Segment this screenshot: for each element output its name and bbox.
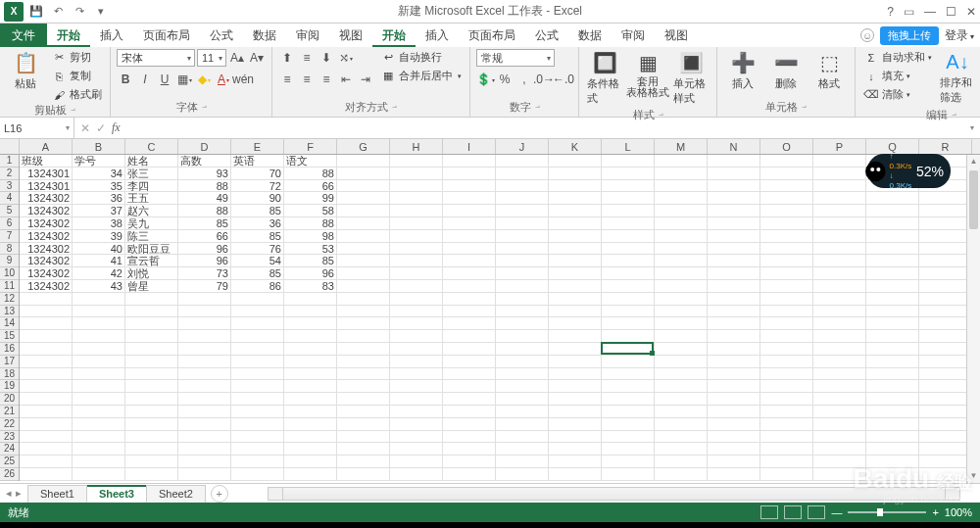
cell[interactable] [443, 155, 496, 168]
cell[interactable] [549, 368, 602, 381]
cell[interactable] [866, 418, 919, 431]
name-box[interactable]: L16 [0, 118, 74, 138]
cell[interactable] [760, 456, 813, 468]
col-header[interactable]: K [549, 139, 602, 154]
cell[interactable] [496, 468, 549, 481]
cell[interactable]: 陈三 [125, 230, 178, 243]
row-header[interactable]: 24 [0, 443, 19, 456]
cell[interactable]: 96 [178, 255, 231, 267]
cell[interactable] [813, 192, 866, 205]
cell[interactable] [760, 293, 813, 306]
cell[interactable] [655, 368, 708, 381]
minimize-icon[interactable]: — [924, 5, 936, 19]
cell[interactable] [73, 380, 125, 393]
undo-icon[interactable]: ↶ [49, 3, 67, 21]
cell[interactable] [866, 456, 919, 468]
cell[interactable] [602, 380, 655, 393]
cell[interactable]: 85 [284, 255, 337, 267]
cell[interactable] [125, 368, 178, 381]
cell[interactable] [390, 456, 443, 468]
cell[interactable]: 43 [73, 280, 125, 293]
upload-button[interactable]: 拖拽上传 [880, 26, 939, 45]
cell[interactable]: 吴九 [125, 217, 178, 230]
cell[interactable]: 英语 [231, 155, 284, 168]
cell[interactable] [602, 431, 655, 444]
cell[interactable] [337, 443, 390, 456]
cell[interactable] [760, 317, 813, 330]
cell[interactable]: 刘悦 [125, 267, 178, 280]
cell[interactable] [708, 192, 760, 205]
col-header[interactable]: J [496, 139, 549, 154]
merge-center-button[interactable]: ▦合并后居中▾ [378, 68, 464, 84]
cell[interactable]: 34 [73, 168, 125, 180]
cell[interactable] [496, 406, 549, 418]
font-size-select[interactable]: 11 [197, 49, 226, 67]
col-header[interactable]: N [708, 139, 760, 154]
qat-more-icon[interactable]: ▾ [92, 3, 110, 21]
cell[interactable] [178, 330, 231, 343]
zoom-slider[interactable] [848, 511, 926, 513]
cell[interactable]: 96 [284, 267, 337, 280]
cell[interactable] [602, 255, 655, 267]
cell[interactable] [602, 356, 655, 368]
align-middle-icon[interactable]: ≡ [298, 49, 316, 67]
cell[interactable] [231, 443, 284, 456]
cell[interactable] [443, 280, 496, 293]
cell[interactable] [337, 155, 390, 168]
cell[interactable] [284, 343, 337, 356]
zoom-value[interactable]: 100% [945, 506, 972, 518]
cell[interactable] [496, 330, 549, 343]
cell[interactable] [337, 368, 390, 381]
cell[interactable] [284, 393, 337, 406]
row-header[interactable]: 3 [0, 180, 19, 193]
cell[interactable]: 李四 [125, 180, 178, 193]
row-header[interactable]: 16 [0, 343, 19, 356]
cell[interactable] [708, 431, 760, 444]
ribbon-tab-5[interactable]: 审阅 [286, 24, 329, 47]
cell[interactable] [602, 468, 655, 481]
cell[interactable] [549, 343, 602, 356]
cell[interactable] [73, 443, 125, 456]
cell[interactable] [549, 293, 602, 306]
col-header[interactable]: C [125, 139, 178, 154]
cell[interactable] [655, 380, 708, 393]
cell[interactable] [760, 330, 813, 343]
cell[interactable] [231, 368, 284, 381]
percent-icon[interactable]: % [496, 71, 514, 88]
cell[interactable] [496, 368, 549, 381]
cell[interactable] [284, 380, 337, 393]
cell[interactable] [20, 406, 73, 418]
cell[interactable] [390, 306, 443, 318]
cell[interactable] [760, 267, 813, 280]
cell[interactable] [919, 380, 972, 393]
cell[interactable] [919, 443, 972, 456]
cell[interactable] [602, 368, 655, 381]
cell[interactable] [549, 306, 602, 318]
cell[interactable] [549, 192, 602, 205]
cell[interactable] [549, 406, 602, 418]
cell[interactable] [602, 293, 655, 306]
wrap-text-button[interactable]: ↩自动换行 [378, 49, 464, 66]
cell[interactable] [231, 393, 284, 406]
cell[interactable] [73, 468, 125, 481]
ribbon-tab-2[interactable]: 页面布局 [133, 24, 200, 47]
ribbon-tab[interactable]: 公式 [525, 24, 568, 47]
cell[interactable] [496, 255, 549, 267]
cell[interactable] [337, 431, 390, 444]
col-header[interactable]: R [919, 139, 972, 154]
cell[interactable] [866, 443, 919, 456]
cell[interactable] [760, 356, 813, 368]
cell[interactable] [866, 293, 919, 306]
cell[interactable] [337, 267, 390, 280]
font-name-select[interactable]: 宋体 [117, 49, 195, 67]
cell[interactable] [602, 406, 655, 418]
cell[interactable] [760, 217, 813, 230]
cell[interactable] [919, 368, 972, 381]
cell[interactable] [549, 217, 602, 230]
cell[interactable]: 1324302 [20, 243, 73, 256]
row-header[interactable]: 17 [0, 356, 19, 368]
scroll-down-icon[interactable]: ▼ [967, 469, 980, 483]
cell[interactable] [919, 267, 972, 280]
currency-icon[interactable]: 💲 [476, 71, 494, 88]
cell[interactable] [655, 456, 708, 468]
